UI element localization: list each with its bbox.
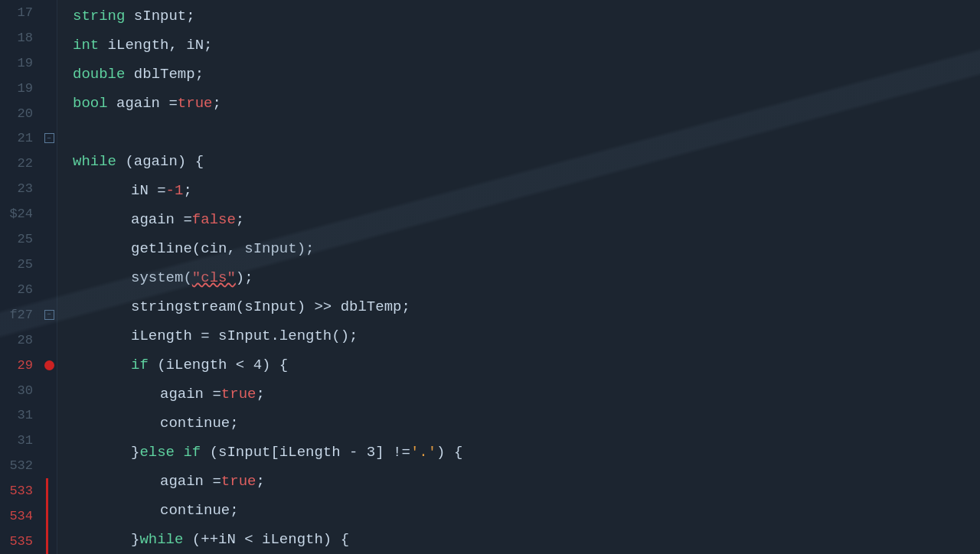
line-number: 22 — [0, 156, 42, 171]
gutter-row: 26 — [0, 277, 57, 302]
code-line-31b: continue; — [73, 496, 980, 525]
token-keyword: else — [139, 438, 175, 467]
fold-indicator[interactable]: − — [44, 310, 54, 320]
code-line-17: string sInput; — [73, 2, 980, 31]
line-number: 535 — [0, 534, 42, 549]
token-text: } — [131, 525, 139, 554]
token-text: ); — [236, 263, 253, 292]
token-text: ; — [256, 380, 264, 409]
gutter-row: 535 — [0, 529, 57, 554]
gutter-row: 21 − — [0, 126, 57, 152]
gutter-row: 23 — [0, 176, 57, 201]
line-number: 31 — [0, 408, 42, 422]
gutter-row: 28 — [0, 328, 57, 353]
token-text: again = — [108, 89, 178, 118]
line-number: 20 — [0, 106, 42, 121]
token-text: (++iN < iLength) { — [183, 525, 349, 554]
token-text — [175, 438, 183, 467]
token-string-error: "cls" — [192, 263, 236, 292]
line-number: 26 — [0, 282, 42, 297]
gutter-row: 18 — [0, 25, 57, 51]
token-number: -1 — [166, 176, 184, 205]
code-line-25b: stringstream(sInput) >> dblTemp; — [73, 292, 980, 321]
token-text: ; — [212, 89, 220, 118]
token-text: iN = — [131, 176, 166, 205]
breakpoint-icon[interactable] — [42, 360, 56, 370]
code-content: string sInput; int iLength, iN; double d… — [57, 0, 980, 554]
token-keyword: if — [183, 438, 201, 467]
gutter-row: 22 — [0, 151, 57, 176]
token-bool: true — [178, 89, 213, 118]
gutter-row: 31 — [0, 403, 57, 429]
breakpoint-dot[interactable] — [44, 360, 54, 370]
code-line-31a: again = true ; — [73, 467, 980, 496]
fold-icon[interactable]: − — [42, 310, 56, 320]
code-line-28: again = true ; — [73, 380, 980, 409]
token-keyword: while — [139, 525, 183, 554]
token-bool: true — [221, 380, 256, 409]
token-keyword: if — [131, 350, 149, 380]
token-keyword: double — [73, 60, 125, 89]
code-line-30: } else if (sInput[iLength - 3] != '.' ) … — [73, 438, 980, 467]
line-number: 25 — [0, 257, 42, 272]
gutter-row: 30 — [0, 378, 57, 403]
code-line-18: int iLength, iN; — [73, 31, 980, 60]
code-line-26: iLength = sInput.length(); — [73, 321, 980, 350]
token-text: again = — [131, 205, 192, 234]
line-number: 532 — [0, 458, 42, 473]
token-text: dblTemp; — [125, 60, 204, 89]
gutter-row: f27 − — [0, 302, 57, 328]
line-number: 31 — [0, 433, 42, 448]
line-number: 23 — [0, 181, 42, 196]
line-number: 30 — [0, 383, 42, 398]
token-text: system( — [131, 263, 192, 292]
token-keyword: string — [73, 2, 125, 31]
gutter-row: 533 — [0, 478, 57, 503]
code-line-532: } while (++iN < iLength) { — [73, 525, 980, 554]
token-text: stringstream(sInput) >> dblTemp; — [131, 292, 410, 321]
fold-indicator[interactable]: − — [44, 133, 54, 143]
gutter-row: 534 — [0, 503, 57, 529]
code-line-24: getline(cin, sInput); — [73, 234, 980, 263]
line-number: $24 — [0, 207, 42, 221]
token-text: getline(cin, sInput); — [131, 234, 314, 263]
line-number: 25 — [0, 232, 42, 246]
token-keyword: bool — [73, 89, 108, 118]
token-text: (sInput[iLength - 3] != — [201, 438, 410, 467]
line-number: f27 — [0, 308, 42, 322]
token-text: again = — [160, 380, 221, 409]
code-line-25a: system( "cls" ); — [73, 263, 980, 292]
breakpoint-bar — [46, 529, 48, 554]
line-number: 533 — [0, 484, 42, 498]
token-bool: true — [221, 467, 256, 496]
token-text: iLength, iN; — [99, 31, 212, 60]
token-text: iLength = sInput.length(); — [131, 321, 358, 350]
fold-icon[interactable]: − — [42, 133, 56, 143]
code-line-20 — [73, 118, 980, 147]
gutter-row: 25 — [0, 226, 57, 252]
line-number: 21 — [0, 131, 42, 145]
code-line-29: continue; — [73, 409, 980, 438]
token-text: (again) { — [116, 147, 204, 176]
code-line-19a: double dblTemp; — [73, 60, 980, 89]
breakpoint-bar — [46, 503, 48, 529]
token-text: } — [131, 438, 139, 467]
line-number: 19 — [0, 81, 42, 96]
token-text: ; — [183, 176, 191, 205]
token-text: continue; — [160, 409, 239, 438]
gutter-row: 19 — [0, 76, 57, 101]
line-number: 534 — [0, 509, 42, 523]
line-number: 19 — [0, 56, 42, 70]
gutter-row: 19 — [0, 51, 57, 76]
line-number: 17 — [0, 5, 42, 20]
code-line-21: while (again) { — [73, 147, 980, 176]
code-editor: 17 18 19 19 20 21 − — [0, 0, 980, 554]
code-line-22: iN = -1 ; — [73, 176, 980, 205]
token-text: again = — [160, 467, 221, 496]
token-string: '.' — [410, 438, 436, 467]
token-text: (iLength < 4) { — [149, 350, 288, 380]
line-number: 18 — [0, 31, 42, 45]
token-keyword: int — [73, 31, 99, 60]
token-keyword: while — [73, 147, 116, 176]
token-bool: false — [192, 205, 236, 234]
